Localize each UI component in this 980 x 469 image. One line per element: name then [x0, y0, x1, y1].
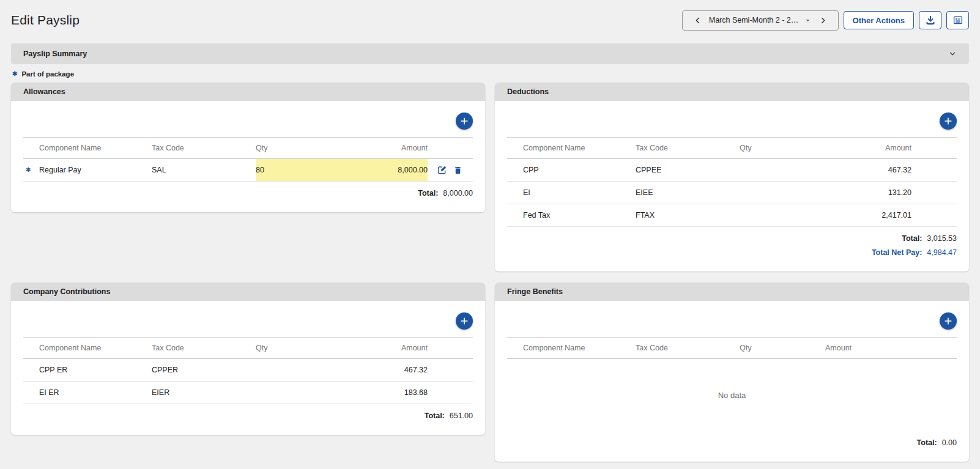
deductions-title: Deductions [507, 87, 549, 96]
chevron-right-icon [819, 17, 827, 24]
amount-value: 2,417.01 [825, 204, 911, 226]
table-row: CPP CPPEE 467.32 [507, 159, 957, 182]
company-contributions-add-row [23, 301, 473, 337]
chevron-down-icon[interactable] [948, 50, 957, 58]
total-label: Total: [418, 189, 438, 198]
period-label: March Semi-Month 2 - 2… [709, 16, 799, 24]
column-header: Qty [740, 144, 825, 152]
period-dropdown[interactable]: March Semi-Month 2 - 2… [707, 16, 814, 24]
table-row: CPP ER CPPER 467.32 [23, 359, 473, 382]
column-header: Amount [341, 344, 428, 352]
fringe-benefits-panel: Fringe Benefits Component Name Tax Code … [495, 283, 969, 462]
fringe-benefits-panel-header: Fringe Benefits [495, 283, 969, 301]
component-name: EI ER [39, 388, 59, 397]
edit-row-button[interactable] [436, 164, 448, 176]
amount-value: 131.20 [825, 182, 911, 204]
header-controls: March Semi-Month 2 - 2… Other Actions [682, 10, 969, 31]
column-header: Qty [740, 344, 825, 352]
amount-value: 183.68 [341, 382, 428, 404]
tax-code: EIEE [636, 182, 740, 204]
total-net-pay: Total Net Pay: 4,984.47 [507, 248, 957, 262]
company-contributions-title: Company Contributions [23, 287, 110, 296]
company-contributions-table-header: Component Name Tax Code Qty Amount [23, 337, 473, 359]
add-company-contribution-button[interactable] [456, 312, 473, 330]
column-header: Tax Code [636, 344, 740, 352]
fringe-benefits-title: Fringe Benefits [507, 287, 563, 296]
part-of-package-label: Part of package [21, 70, 74, 78]
download-payslip-button[interactable] [919, 11, 941, 29]
amount-value: 467.32 [825, 159, 911, 181]
company-contributions-panel: Company Contributions Component Name Tax… [11, 283, 485, 435]
company-contributions-total: Total: 651.00 [23, 412, 473, 425]
component-name: EI [523, 188, 530, 197]
tax-code: CPPEE [636, 159, 740, 181]
qty-value [740, 182, 825, 204]
amount-value: 467.32 [341, 359, 428, 381]
column-header: Qty [256, 144, 341, 152]
plus-icon [459, 116, 469, 126]
add-allowance-button[interactable] [456, 113, 473, 130]
part-of-package-note: ✱ Part of package [11, 70, 969, 78]
allowances-panel: Allowances Component Name Tax Code Qty A… [11, 83, 485, 212]
edit-payslip-page: Edit Payslip March Semi-Month 2 - 2… [0, 0, 980, 462]
component-name: Regular Pay [39, 166, 81, 174]
page-header: Edit Payslip March Semi-Month 2 - 2… [11, 0, 969, 32]
add-deduction-button[interactable] [940, 113, 957, 130]
amount-value: 8,000.00 [341, 159, 428, 181]
previous-period-button[interactable] [689, 14, 707, 27]
allowances-table-header: Component Name Tax Code Qty Amount [23, 137, 473, 159]
column-header: Component Name [23, 344, 152, 352]
add-fringe-benefit-button[interactable] [940, 312, 957, 330]
payslip-summary-title: Payslip Summary [23, 50, 87, 58]
qty-value [740, 204, 825, 226]
caret-down-icon [804, 17, 811, 24]
other-actions-button[interactable]: Other Actions [844, 11, 914, 29]
component-name: CPP ER [39, 366, 67, 374]
allowances-title: Allowances [23, 87, 65, 96]
asterisk-icon: ✱ [12, 71, 17, 77]
tax-code: SAL [152, 159, 256, 181]
column-header: Component Name [23, 144, 152, 152]
plus-icon [459, 316, 469, 326]
total-value: 3,015.53 [927, 234, 957, 243]
table-row: EI EIEE 131.20 [507, 182, 957, 204]
table-row: Fed Tax FTAX 2,417.01 [507, 204, 957, 227]
fringe-benefits-table-header: Component Name Tax Code Qty Amount [507, 337, 957, 359]
deductions-total: Total: 3,015.53 [507, 234, 957, 248]
component-name: CPP [523, 166, 539, 174]
total-label: Total: [902, 234, 922, 243]
payslip-summary-toggle[interactable]: Payslip Summary [11, 43, 969, 64]
deductions-add-row [507, 101, 957, 137]
tax-code: EIER [152, 382, 256, 404]
company-contributions-panel-header: Company Contributions [11, 283, 485, 301]
qty-value [256, 382, 341, 404]
column-header: Qty [256, 344, 341, 352]
qty-value [740, 159, 825, 181]
delete-icon [453, 166, 462, 175]
plus-icon [943, 116, 953, 126]
table-row: ✱ Regular Pay SAL 80 8,000.00 [23, 159, 473, 182]
total-label: Total: [425, 412, 445, 420]
column-header: Component Name [507, 344, 636, 352]
column-header: Component Name [507, 144, 636, 152]
fringe-benefits-add-row [507, 301, 957, 337]
delete-row-button[interactable] [452, 164, 464, 176]
component-name: Fed Tax [523, 211, 550, 220]
pay-period-navigator: March Semi-Month 2 - 2… [682, 10, 839, 31]
document-list-icon [952, 15, 963, 26]
page-title: Edit Payslip [11, 13, 80, 28]
column-header: Tax Code [152, 344, 256, 352]
payslip-details-button[interactable] [946, 11, 969, 29]
tax-code: CPPER [152, 359, 256, 381]
panels-grid: Allowances Component Name Tax Code Qty A… [11, 83, 969, 462]
edit-icon [437, 165, 447, 175]
next-period-button[interactable] [814, 14, 832, 27]
total-value: 8,000.00 [443, 189, 473, 198]
column-header: Tax Code [152, 144, 256, 152]
download-icon [925, 15, 936, 26]
column-header: Tax Code [636, 144, 740, 152]
deductions-panel-header: Deductions [495, 83, 969, 101]
chevron-left-icon [694, 17, 702, 24]
column-header: Amount [825, 144, 911, 152]
total-label: Total: [917, 438, 937, 447]
